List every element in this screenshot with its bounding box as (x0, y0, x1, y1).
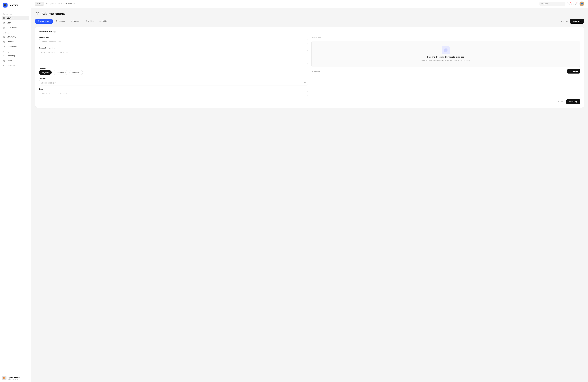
course-desc-label: Course Description (39, 47, 308, 49)
form-bottom-actions: Saved Next step (39, 99, 580, 104)
tags-input[interactable] (39, 91, 308, 96)
back-button[interactable]: ↩ Back (35, 2, 44, 6)
sidebar-item-community[interactable]: Community (1, 35, 29, 39)
footer-more-button[interactable]: ··· (27, 377, 29, 380)
workspace-name: DesignTogether (8, 376, 26, 378)
sidebar-item-financial-label: Financial (7, 41, 14, 43)
next-step-button[interactable]: Next step (570, 19, 584, 24)
sidebar-item-financial[interactable]: Financial (1, 40, 29, 44)
nav-section-analytics: Analytics (1, 30, 29, 35)
thumbnail-label: Thumbnail(s) (311, 36, 580, 38)
workspace-avatar: 🎨 (2, 376, 6, 380)
main-area: ↩ Back Management / Courses / New course… (31, 0, 588, 382)
search-input[interactable] (544, 3, 566, 5)
form-right: Thumbnail(s) Drag and drop your thumbnai… (311, 36, 580, 96)
tab-content[interactable]: Content (53, 19, 67, 24)
logo-icon: 🎓 (2, 2, 7, 7)
difficulty-beginner[interactable]: Beginner (39, 70, 52, 75)
svg-point-9 (4, 36, 5, 37)
svg-rect-3 (4, 18, 5, 19)
tab-publish[interactable]: Publish (97, 19, 110, 24)
sidebar-logo: 🎓 Learnica (0, 0, 31, 10)
svg-rect-0 (3, 17, 4, 18)
thumbnail-actions: Remove Upload (311, 69, 580, 74)
user-avatar[interactable]: 👤 (579, 1, 584, 6)
tags-field: Tags (39, 88, 308, 96)
back-label: Back (39, 3, 42, 5)
search-bar[interactable]: ⌘K (540, 2, 566, 6)
svg-rect-13 (36, 12, 37, 14)
breadcrumb: Management / Courses / New course (46, 3, 75, 5)
form-section-title: Informations ? (39, 30, 580, 33)
informations-tab-label: Informations (40, 20, 50, 22)
courses-icon (3, 17, 5, 19)
category-select[interactable]: Choose a category Design Development Mar… (39, 80, 308, 85)
sidebar-item-store-builder[interactable]: Store Builder (1, 25, 29, 30)
sidebar-item-users[interactable]: Users (1, 21, 29, 25)
breadcrumb-management: Management (46, 3, 56, 5)
upload-button[interactable]: Upload (567, 69, 580, 74)
svg-point-5 (4, 22, 5, 22)
back-arrow-icon: ↩ (36, 3, 38, 5)
content-tab-icon (56, 20, 58, 22)
nav-section-management: Management (1, 11, 29, 16)
thumbnail-drag-title: Drag and drop your thumbnail(s) to uploa… (427, 56, 464, 58)
course-title-input[interactable] (39, 39, 308, 44)
breadcrumb-courses: Courses (58, 3, 64, 5)
breadcrumb-sep-1: / (57, 3, 57, 5)
sidebar-item-courses[interactable]: Courses (1, 16, 29, 20)
sidebar-item-community-label: Community (7, 36, 16, 38)
content-tab-label: Content (59, 20, 65, 22)
difficulty-buttons: Beginner Intermediate Advanced (39, 70, 308, 75)
form-left: Course Title Course Description Difficul… (39, 36, 308, 96)
difficulty-intermediate[interactable]: Intermediate (53, 70, 68, 75)
messages-button[interactable] (573, 1, 578, 6)
tab-rewards[interactable]: Rewards (68, 19, 83, 24)
svg-rect-7 (4, 28, 4, 28)
course-desc-field: Course Description (39, 47, 308, 65)
sidebar-item-offers[interactable]: Offers (1, 58, 29, 63)
course-title-label: Course Title (39, 36, 308, 38)
pricing-tab-icon (85, 20, 87, 22)
notification-badge (570, 2, 571, 3)
sidebar-item-courses-label: Courses (7, 17, 14, 19)
workspace-members: 1,212 members (8, 378, 26, 380)
help-icon[interactable]: ? (53, 31, 56, 33)
form-card: Informations ? Course Title Course Descr… (35, 27, 584, 108)
thumbnail-dropzone[interactable]: Drag and drop your thumbnail(s) to uploa… (311, 41, 580, 67)
offers-icon (3, 60, 5, 62)
upload-label: Upload (572, 70, 578, 72)
sidebar-nav: Management Courses Users Store Builder A… (0, 10, 31, 374)
page-content: Add new course Informations Content Re (31, 8, 588, 382)
saved-label: Saved (563, 20, 568, 22)
topbar-right: ⌘K 👤 (540, 1, 584, 6)
informations-tab-icon (38, 20, 40, 22)
sidebar-item-performance[interactable]: Performance (1, 44, 29, 49)
svg-rect-15 (36, 14, 37, 15)
tab-pricing[interactable]: Pricing (83, 19, 96, 24)
course-desc-input[interactable] (39, 50, 308, 64)
message-badge (576, 2, 577, 3)
saved-indicator: Saved (561, 20, 568, 22)
form-next-step-button[interactable]: Next step (566, 99, 580, 104)
sidebar: 🎓 Learnica Management Courses Users Stor… (0, 0, 31, 382)
notifications-button[interactable] (567, 1, 572, 6)
remove-button[interactable]: Remove (311, 70, 320, 72)
topbar: ↩ Back Management / Courses / New course… (31, 0, 588, 8)
difficulty-label: Difficulty (39, 67, 308, 69)
sidebar-item-feedback[interactable]: Feedback (1, 63, 29, 68)
marketing-icon (3, 55, 5, 57)
search-icon (541, 3, 543, 5)
svg-rect-19 (86, 21, 87, 22)
tab-informations[interactable]: Informations (35, 19, 53, 24)
sidebar-item-marketing[interactable]: Marketing (1, 53, 29, 58)
logo-text: Learnica (9, 4, 19, 6)
store-icon (3, 27, 5, 29)
performance-icon (3, 45, 5, 48)
form-saved-label: Saved (560, 101, 565, 103)
svg-point-18 (71, 21, 72, 21)
difficulty-advanced[interactable]: Advanced (69, 70, 83, 75)
sidebar-item-users-label: Users (7, 22, 12, 24)
sidebar-item-store-label: Store Builder (7, 27, 17, 29)
form-title-text: Informations (39, 30, 52, 33)
